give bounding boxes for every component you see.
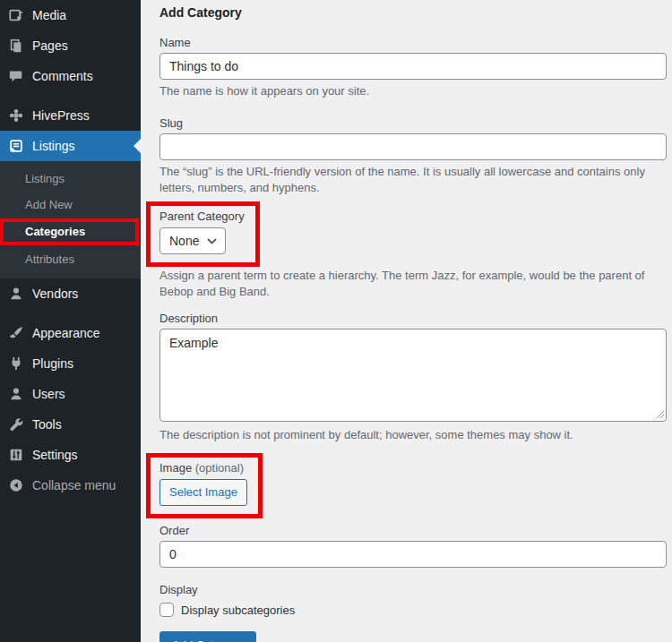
plugins-icon bbox=[7, 355, 25, 372]
display-label: Display bbox=[159, 583, 667, 597]
vendors-icon bbox=[7, 285, 25, 303]
select-image-button[interactable]: Select Image bbox=[159, 479, 247, 506]
name-input[interactable] bbox=[159, 53, 667, 80]
admin-sidebar: Media Pages Comments HivePress Listings … bbox=[0, 0, 141, 642]
highlight-box-parent-category: Parent Category None bbox=[146, 201, 260, 267]
sidebar-item-hivepress[interactable]: HivePress bbox=[0, 100, 141, 131]
submenu-item-attributes[interactable]: Attributes bbox=[0, 246, 141, 272]
media-icon bbox=[7, 6, 25, 24]
pages-icon bbox=[7, 37, 25, 55]
listings-submenu: Listings Add New Categories Attributes bbox=[0, 161, 141, 278]
sidebar-item-label: Vendors bbox=[32, 287, 78, 301]
sidebar-collapse-menu[interactable]: Collapse menu bbox=[0, 470, 141, 501]
sidebar-item-label: Media bbox=[32, 8, 66, 22]
sidebar-item-settings[interactable]: Settings bbox=[0, 440, 141, 470]
sidebar-item-appearance[interactable]: Appearance bbox=[0, 318, 141, 348]
parent-category-select[interactable]: None bbox=[159, 227, 226, 254]
image-label: Image (optional) bbox=[159, 461, 247, 475]
page-title: Add Category bbox=[159, 4, 667, 21]
name-help: The name is how it appears on your site. bbox=[159, 83, 667, 99]
sidebar-item-label: Listings bbox=[32, 139, 74, 153]
description-label: Description bbox=[159, 312, 667, 326]
parent-category-selected-value: None bbox=[169, 234, 199, 248]
menu-separator bbox=[0, 309, 141, 318]
description-help: The description is not prominent by defa… bbox=[159, 427, 667, 443]
order-input[interactable] bbox=[159, 541, 667, 568]
sidebar-item-pages[interactable]: Pages bbox=[0, 30, 141, 61]
sidebar-item-comments[interactable]: Comments bbox=[0, 61, 141, 91]
display-subcategories-checkbox[interactable] bbox=[159, 603, 174, 617]
users-icon bbox=[7, 385, 25, 403]
slug-input[interactable] bbox=[159, 133, 667, 160]
submenu-item-add-new[interactable]: Add New bbox=[0, 192, 141, 218]
sidebar-item-label: Appearance bbox=[32, 326, 100, 340]
parent-category-help: Assign a parent term to create a hierarc… bbox=[159, 268, 667, 300]
listings-icon bbox=[7, 137, 25, 155]
sidebar-item-plugins[interactable]: Plugins bbox=[0, 348, 141, 379]
appearance-icon bbox=[7, 324, 25, 342]
parent-category-label: Parent Category bbox=[159, 210, 245, 224]
slug-help: The “slug” is the URL-friendly version o… bbox=[159, 164, 667, 196]
sidebar-item-users[interactable]: Users bbox=[0, 379, 141, 409]
collapse-icon bbox=[7, 476, 25, 494]
menu-separator bbox=[0, 91, 141, 100]
description-field: Example bbox=[159, 329, 667, 422]
submenu-item-categories[interactable]: Categories bbox=[4, 222, 135, 242]
sidebar-item-listings[interactable]: Listings bbox=[0, 131, 141, 161]
display-subcategories-label: Display subcategories bbox=[181, 603, 295, 617]
submenu-item-listings[interactable]: Listings bbox=[0, 166, 141, 192]
sidebar-item-label: Comments bbox=[32, 69, 93, 83]
highlight-box-categories: Categories bbox=[0, 218, 139, 245]
image-optional-label: (optional) bbox=[195, 461, 244, 475]
sidebar-item-label: Collapse menu bbox=[32, 478, 116, 492]
settings-icon bbox=[7, 446, 25, 464]
sidebar-item-tools[interactable]: Tools bbox=[0, 409, 141, 440]
sidebar-item-label: Plugins bbox=[32, 356, 73, 371]
hivepress-icon bbox=[7, 107, 25, 124]
order-label: Order bbox=[159, 524, 667, 538]
comments-icon bbox=[7, 67, 25, 85]
sidebar-item-vendors[interactable]: Vendors bbox=[0, 278, 141, 309]
sidebar-item-label: Tools bbox=[32, 417, 62, 432]
sidebar-item-label: Users bbox=[32, 387, 65, 401]
name-label: Name bbox=[159, 36, 667, 50]
add-category-button[interactable]: Add Category bbox=[159, 631, 256, 642]
slug-label: Slug bbox=[159, 116, 667, 131]
chevron-down-icon bbox=[207, 238, 217, 244]
tools-icon bbox=[7, 415, 25, 433]
sidebar-item-label: Settings bbox=[32, 448, 78, 462]
sidebar-item-label: HivePress bbox=[32, 108, 90, 123]
sidebar-item-media[interactable]: Media bbox=[0, 0, 141, 30]
description-textarea[interactable]: Example bbox=[159, 329, 667, 422]
display-subcategories-field: Display subcategories bbox=[159, 603, 667, 617]
sidebar-item-label: Pages bbox=[32, 39, 68, 53]
highlight-box-image: Image (optional) Select Image bbox=[146, 453, 263, 518]
add-category-panel: Add Category Name The name is how it app… bbox=[141, 0, 672, 642]
